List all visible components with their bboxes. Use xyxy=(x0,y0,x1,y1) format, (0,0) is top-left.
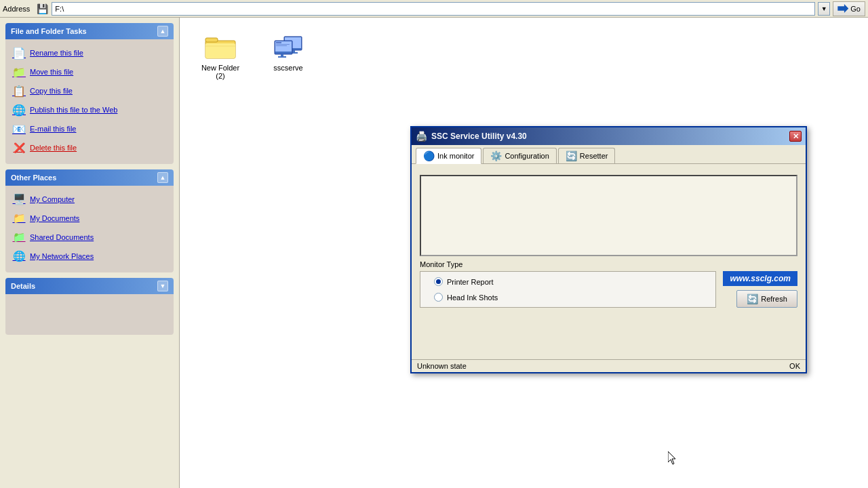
file-tasks-header: File and Folder Tasks ▲ xyxy=(5,23,174,39)
file-item-sscserve[interactable]: sscserve xyxy=(261,31,315,83)
resetter-tab-icon: 🔄 xyxy=(566,150,577,161)
address-label: Address xyxy=(3,5,30,13)
tab-configuration-label: Configuration xyxy=(505,152,549,160)
tab-configuration[interactable]: ⚙️ Configuration xyxy=(483,148,556,163)
svg-rect-11 xyxy=(276,44,290,45)
dialog-titlebar: 🖨️ SSC Service Utility v4.30 ✕ xyxy=(412,127,806,145)
cursor xyxy=(668,451,677,466)
delete-icon xyxy=(12,141,26,155)
details-title: Details xyxy=(11,282,35,290)
network-label: My Network Places xyxy=(30,252,94,260)
other-places-section: Other Places ▲ My Computer My Documents … xyxy=(5,169,174,272)
svg-rect-10 xyxy=(276,42,281,43)
go-label: Go xyxy=(850,5,861,13)
sidebar-item-rename[interactable]: Rename this file xyxy=(11,45,168,61)
radio-printer-report-btn[interactable] xyxy=(434,277,443,286)
sidebar-item-email[interactable]: E-mail this file xyxy=(11,121,168,137)
sidebar-item-delete[interactable]: Delete this file xyxy=(11,140,168,156)
tab-resetter-label: Resetter xyxy=(580,152,608,160)
network-icon xyxy=(12,249,26,263)
file-tasks-section: File and Folder Tasks ▲ Rename this file… xyxy=(5,23,174,164)
sidebar-item-mydocs[interactable]: My Documents xyxy=(11,210,168,226)
go-arrow-icon xyxy=(837,3,848,14)
mycomputer-icon xyxy=(12,192,26,206)
monitor-display xyxy=(420,175,797,256)
delete-label: Delete this file xyxy=(30,144,77,152)
address-input[interactable] xyxy=(52,2,815,16)
other-places-title: Other Places xyxy=(11,174,56,182)
refresh-icon: 🔄 xyxy=(747,293,758,304)
tab-inkmonitor[interactable]: 🔵 Ink monitor xyxy=(416,148,481,164)
file-tasks-body: Rename this file Move this file Copy thi… xyxy=(5,39,174,164)
radio-head-ink-shots-btn[interactable] xyxy=(434,293,443,302)
dialog-close-button[interactable]: ✕ xyxy=(789,131,802,142)
copy-icon xyxy=(12,84,26,98)
rename-icon xyxy=(12,46,26,60)
newfolder-label: New Folder (2) xyxy=(196,64,245,80)
dialog-body: Monitor Type Printer Report Head Ink Sho… xyxy=(412,164,806,314)
radio-head-ink-shots[interactable]: Head Ink Shots xyxy=(434,293,702,302)
other-places-collapse-btn[interactable]: ▲ xyxy=(157,172,168,183)
shared-label: Shared Documents xyxy=(30,233,94,241)
publish-icon xyxy=(12,103,26,117)
move-icon xyxy=(12,65,26,79)
sidebar-item-publish[interactable]: Publish this file to the Web xyxy=(11,102,168,118)
status-left: Unknown state xyxy=(417,362,789,370)
other-places-header: Other Places ▲ xyxy=(5,169,174,186)
file-tasks-collapse-btn[interactable]: ▲ xyxy=(157,26,168,37)
dialog-tabs: 🔵 Ink monitor ⚙️ Configuration 🔄 Resette… xyxy=(412,145,806,164)
configuration-tab-icon: ⚙️ xyxy=(490,150,502,161)
dialog-title-text: 🖨️ SSC Service Utility v4.30 xyxy=(416,131,527,142)
folder-icon xyxy=(204,34,237,61)
mydocs-icon xyxy=(12,211,26,225)
side-controls: www.ssclg.com 🔄 Refresh xyxy=(723,271,797,308)
radio-printer-report-label: Printer Report xyxy=(447,278,493,286)
content-area: New Folder (2) xyxy=(180,18,868,488)
address-dropdown-button[interactable]: ▼ xyxy=(818,2,830,16)
go-button[interactable]: Go xyxy=(833,1,865,16)
sidebar-item-mycomputer[interactable]: My Computer xyxy=(11,191,168,207)
sidebar: File and Folder Tasks ▲ Rename this file… xyxy=(0,18,180,488)
status-right: OK xyxy=(789,362,800,370)
details-section: Details ▼ xyxy=(5,278,174,335)
sidebar-item-network[interactable]: My Network Places xyxy=(11,248,168,264)
mycomputer-label: My Computer xyxy=(30,195,75,203)
publish-label: Publish this file to the Web xyxy=(30,106,117,114)
sidebar-item-copy[interactable]: Copy this file xyxy=(11,83,168,99)
svg-marker-15 xyxy=(668,451,675,464)
shared-icon xyxy=(12,230,26,244)
sscserve-label: sscserve xyxy=(273,64,302,72)
svg-rect-14 xyxy=(278,56,286,58)
monitor-type-label: Monitor Type xyxy=(420,260,797,268)
details-collapse-btn[interactable]: ▼ xyxy=(157,281,168,291)
svg-rect-2 xyxy=(205,43,235,58)
file-tasks-title: File and Folder Tasks xyxy=(11,27,87,35)
sidebar-item-shared[interactable]: Shared Documents xyxy=(11,229,168,245)
email-label: E-mail this file xyxy=(30,125,76,133)
file-item-newfolder[interactable]: New Folder (2) xyxy=(193,31,248,83)
tab-resetter[interactable]: 🔄 Resetter xyxy=(558,148,616,163)
file-icons-area: New Folder (2) xyxy=(186,24,861,89)
sidebar-item-move[interactable]: Move this file xyxy=(11,64,168,80)
dialog-status: Unknown state OK xyxy=(412,359,806,372)
tab-inkmonitor-label: Ink monitor xyxy=(437,152,474,160)
refresh-label: Refresh xyxy=(761,295,787,303)
svg-rect-12 xyxy=(276,45,287,46)
inkmonitor-tab-icon: 🔵 xyxy=(423,150,435,161)
radio-head-ink-shots-label: Head Ink Shots xyxy=(447,293,498,302)
website-link[interactable]: www.ssclg.com xyxy=(723,271,797,286)
radio-printer-report[interactable]: Printer Report xyxy=(434,277,702,286)
svg-rect-1 xyxy=(205,38,218,42)
address-drive-icon: 💾 xyxy=(35,3,49,14)
move-label: Move this file xyxy=(30,68,73,76)
mydocs-label: My Documents xyxy=(30,214,79,222)
other-places-body: My Computer My Documents Shared Document… xyxy=(5,186,174,272)
details-body xyxy=(5,294,174,335)
rename-label: Rename this file xyxy=(30,49,83,57)
email-icon xyxy=(12,122,26,136)
refresh-button[interactable]: 🔄 Refresh xyxy=(736,290,797,308)
main-container: File and Folder Tasks ▲ Rename this file… xyxy=(0,18,868,488)
copy-label: Copy this file xyxy=(30,87,73,95)
details-header: Details ▼ xyxy=(5,278,174,294)
address-bar: Address 💾 ▼ Go xyxy=(0,0,868,18)
